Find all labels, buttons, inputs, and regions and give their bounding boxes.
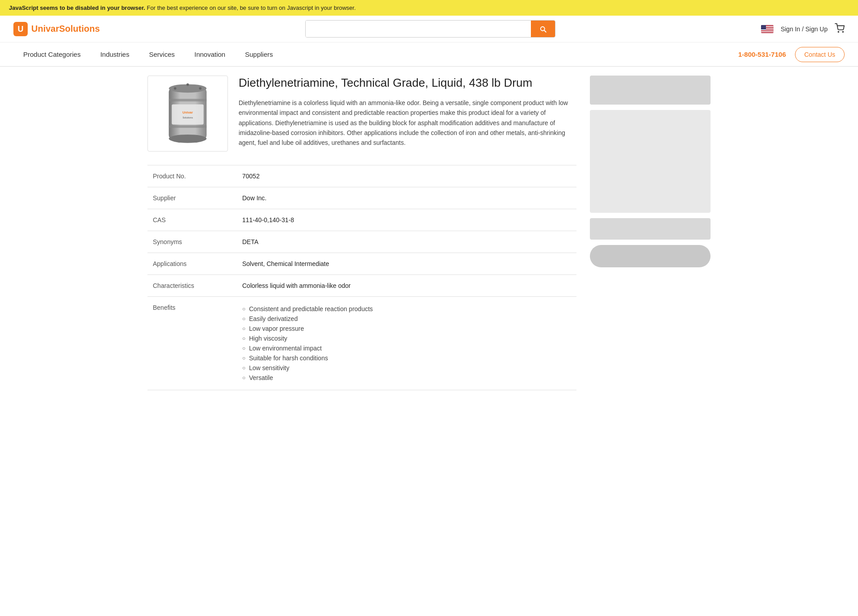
svg-point-19: [174, 87, 177, 90]
table-row-benefits: Benefits Consistent and predictable reac…: [147, 297, 576, 390]
benefit-item: High viscosity: [242, 333, 571, 343]
label-synonyms: Synonyms: [147, 231, 237, 253]
benefit-item: Suitable for harsh conditions: [242, 353, 571, 363]
svg-point-9: [842, 31, 843, 32]
header: U UnivarSolutions Sign In / Sign Up: [0, 16, 858, 42]
product-title: Diethylenetriamine, Technical Grade, Liq…: [239, 76, 576, 91]
flag-icon[interactable]: [761, 25, 774, 33]
nav-right: 1-800-531-7106 Contact Us: [738, 47, 845, 62]
header-right: Sign In / Sign Up: [761, 23, 845, 34]
sidebar-block-top: [590, 76, 711, 105]
sidebar-block-button[interactable]: [590, 245, 711, 267]
svg-point-21: [199, 87, 202, 90]
cart-icon[interactable]: [835, 23, 845, 34]
svg-text:Solutions: Solutions: [182, 116, 193, 119]
sidebar: [590, 76, 711, 390]
benefit-item: Consistent and predictable reaction prod…: [242, 304, 571, 314]
benefit-item: Low sensitivity: [242, 363, 571, 373]
svg-point-8: [838, 31, 839, 32]
product-area: Univar Solutions: [147, 76, 576, 390]
value-characteristics: Colorless liquid with ammonia-like odor: [237, 275, 576, 297]
svg-rect-14: [169, 99, 206, 101]
nav-items: Product Categories Industries Services I…: [13, 42, 738, 66]
label-supplier: Supplier: [147, 187, 237, 209]
label-cas: CAS: [147, 209, 237, 231]
svg-text:U: U: [18, 25, 24, 34]
table-row-cas: CAS 111-40-0,140-31-8: [147, 209, 576, 231]
svg-point-20: [186, 84, 189, 86]
table-row-applications: Applications Solvent, Chemical Intermedi…: [147, 253, 576, 275]
search-container: [305, 20, 555, 38]
label-benefits: Benefits: [147, 297, 237, 390]
value-benefits: Consistent and predictable reaction prod…: [237, 297, 576, 390]
value-cas: 111-40-0,140-31-8: [237, 209, 576, 231]
nav-item-innovation[interactable]: Innovation: [185, 42, 235, 66]
product-drum-image: Univar Solutions: [161, 80, 214, 147]
nav-item-suppliers[interactable]: Suppliers: [235, 42, 283, 66]
label-product-no: Product No.: [147, 165, 237, 187]
nav-item-product-categories[interactable]: Product Categories: [13, 42, 90, 66]
table-row-product-no: Product No. 70052: [147, 165, 576, 187]
value-product-no: 70052: [237, 165, 576, 187]
svg-rect-6: [761, 31, 774, 32]
benefit-item: Low vapor pressure: [242, 324, 571, 333]
table-row-synonyms: Synonyms DETA: [147, 231, 576, 253]
product-description: Diethylenetriamine is a colorless liquid…: [239, 98, 576, 148]
js-banner-text: For the best experience on our site, be …: [147, 4, 356, 11]
js-banner: JavaScript seems to be disabled in your …: [0, 0, 858, 16]
benefit-item: Versatile: [242, 373, 571, 383]
svg-text:Univar: Univar: [182, 110, 193, 114]
signin-link[interactable]: Sign In / Sign Up: [781, 25, 828, 33]
product-info: Diethylenetriamine, Technical Grade, Liq…: [239, 76, 576, 152]
value-supplier: Dow Inc.: [237, 187, 576, 209]
sidebar-block-small: [590, 218, 711, 240]
search-input[interactable]: [306, 21, 531, 37]
label-applications: Applications: [147, 253, 237, 275]
svg-rect-5: [761, 30, 774, 30]
details-table: Product No. 70052 Supplier Dow Inc. CAS …: [147, 165, 576, 390]
table-row-characteristics: Characteristics Colorless liquid with am…: [147, 275, 576, 297]
logo-text: UnivarSolutions: [31, 24, 100, 34]
cart-svg-icon: [835, 23, 845, 33]
benefit-item: Low environmental impact: [242, 343, 571, 353]
value-synonyms: DETA: [237, 231, 576, 253]
js-banner-bold: JavaScript seems to be disabled in your …: [9, 4, 145, 11]
main-content: Univar Solutions: [134, 67, 724, 399]
phone-link[interactable]: 1-800-531-7106: [738, 51, 786, 58]
sidebar-block-mid: [590, 110, 711, 213]
logo-icon: U: [13, 22, 28, 36]
table-row-supplier: Supplier Dow Inc.: [147, 187, 576, 209]
label-characteristics: Characteristics: [147, 275, 237, 297]
product-top: Univar Solutions: [147, 76, 576, 152]
nav-item-services[interactable]: Services: [139, 42, 185, 66]
svg-point-13: [169, 135, 206, 143]
contact-button[interactable]: Contact Us: [795, 47, 845, 62]
logo[interactable]: U UnivarSolutions: [13, 22, 100, 36]
benefits-list: Consistent and predictable reaction prod…: [242, 304, 571, 383]
svg-rect-7: [761, 25, 766, 30]
search-button[interactable]: [531, 21, 555, 37]
nav-item-industries[interactable]: Industries: [90, 42, 139, 66]
nav: Product Categories Industries Services I…: [0, 42, 858, 67]
product-image-box: Univar Solutions: [147, 76, 228, 152]
svg-rect-15: [169, 125, 206, 128]
value-applications: Solvent, Chemical Intermediate: [237, 253, 576, 275]
search-icon: [539, 25, 547, 33]
benefit-item: Easily derivatized: [242, 314, 571, 324]
